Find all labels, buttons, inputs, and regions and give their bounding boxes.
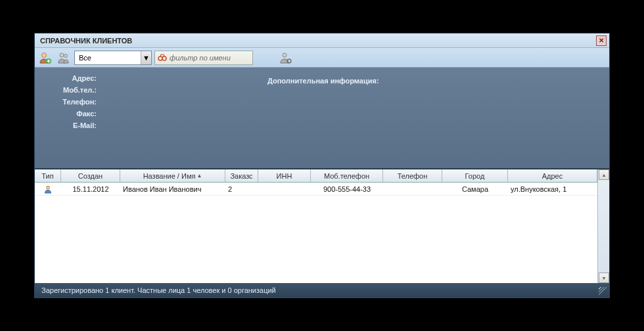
name-filter-placeholder: фильтр по имени <box>170 54 231 62</box>
label-address: Адрес: <box>44 74 99 82</box>
clients-directory-window: СПРАВОЧНИК КЛИЕНТОВ ✕ Все ▼ <box>34 33 610 298</box>
resize-grip[interactable] <box>599 287 608 296</box>
detail-panel: Адрес: Моб.тел.: Телефон: Факс: E-Mail: … <box>35 68 609 169</box>
label-email: E-Mail: <box>44 121 99 129</box>
window-title: СПРАВОЧНИК КЛИЕНТОВ <box>40 37 132 45</box>
chevron-down-icon: ▼ <box>141 51 151 64</box>
svg-point-6 <box>283 53 287 57</box>
col-name[interactable]: Название / Имя <box>120 169 225 182</box>
col-mobile[interactable]: Моб.телефон <box>311 169 383 182</box>
grid-header: Тип Создан Название / Имя Заказс ИНН Моб… <box>35 169 597 183</box>
col-orders[interactable]: Заказс <box>225 169 258 182</box>
add-org-button[interactable] <box>56 50 72 66</box>
cell-address: ул.Внуковская, 1 <box>508 183 597 195</box>
cell-created: 15.11.2012 <box>61 183 120 195</box>
cell-city: Самара <box>442 183 508 195</box>
close-button[interactable]: ✕ <box>596 35 607 46</box>
cell-name: Иванов Иван Иванович <box>120 183 225 195</box>
scroll-down-button[interactable]: ▾ <box>599 273 609 283</box>
close-icon: ✕ <box>599 37 604 44</box>
status-text: Зарегистрировано 1 клиент. Частные лица … <box>41 286 276 294</box>
svg-point-0 <box>42 53 47 57</box>
extra-info-title: Дополнительная информация: <box>267 74 600 162</box>
label-fax: Факс: <box>44 110 99 118</box>
people-icon <box>57 51 70 64</box>
label-phone: Телефон: <box>44 98 99 106</box>
svg-point-4 <box>158 56 162 60</box>
col-type[interactable]: Тип <box>35 169 61 182</box>
col-inn[interactable]: ИНН <box>258 169 311 182</box>
scroll-up-button[interactable]: ▴ <box>599 169 609 180</box>
svg-point-5 <box>162 56 166 60</box>
name-filter-input[interactable]: фильтр по имени <box>154 51 253 65</box>
person-add-icon <box>39 51 52 64</box>
add-person-button[interactable] <box>37 50 53 66</box>
cell-inn <box>258 183 311 195</box>
vertical-scrollbar[interactable]: ▴ ▾ <box>597 169 609 283</box>
cell-type <box>35 183 61 195</box>
label-mobile: Моб.тел.: <box>44 86 99 94</box>
table-row[interactable]: 15.11.2012 Иванов Иван Иванович 2 900-55… <box>35 183 597 196</box>
col-address[interactable]: Адрес <box>508 169 597 182</box>
titlebar: СПРАВОЧНИК КЛИЕНТОВ ✕ <box>35 33 609 48</box>
person-icon <box>43 185 53 194</box>
clients-grid[interactable]: Тип Создан Название / Имя Заказс ИНН Моб… <box>35 169 597 283</box>
toolbar: Все ▼ фильтр по имени <box>35 48 609 68</box>
svg-point-3 <box>64 54 68 57</box>
col-phone[interactable]: Телефон <box>383 169 442 182</box>
type-filter-value: Все <box>75 54 141 62</box>
svg-point-8 <box>47 186 50 189</box>
binoculars-icon <box>158 53 167 62</box>
cell-mobile: 900-555-44-33 <box>311 183 383 195</box>
type-filter-select[interactable]: Все ▼ <box>74 51 152 65</box>
client-settings-button[interactable] <box>278 50 294 66</box>
person-gear-icon <box>279 51 292 64</box>
col-city[interactable]: Город <box>442 169 508 182</box>
grid-wrap: Тип Создан Название / Имя Заказс ИНН Моб… <box>35 169 609 283</box>
cell-orders: 2 <box>225 183 258 195</box>
detail-fields: Адрес: Моб.тел.: Телефон: Факс: E-Mail: <box>44 74 241 162</box>
col-created[interactable]: Создан <box>61 169 120 182</box>
status-bar: Зарегистрировано 1 клиент. Частные лица … <box>35 283 609 298</box>
cell-phone <box>383 183 442 195</box>
svg-point-2 <box>60 53 64 57</box>
